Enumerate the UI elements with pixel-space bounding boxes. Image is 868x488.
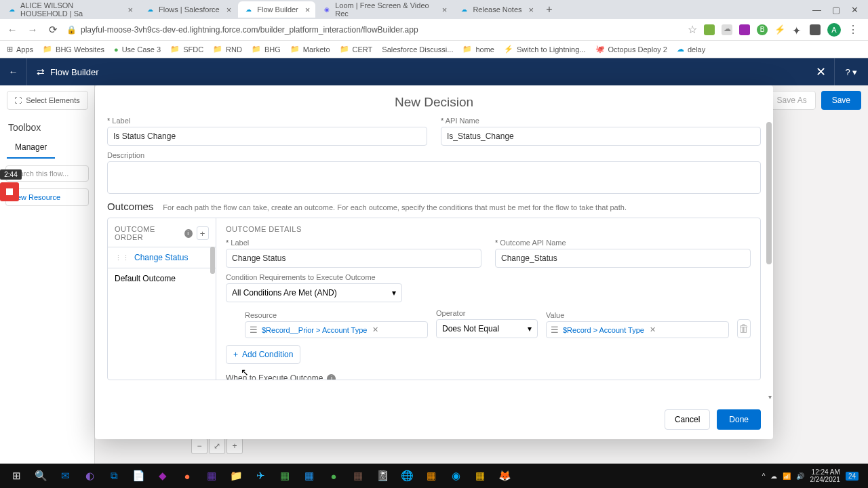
- recording-widget[interactable]: 2:44: [0, 169, 22, 201]
- browser-tab[interactable]: ☁Release Notes×: [454, 1, 539, 18]
- apps-button[interactable]: ⊞Apps: [7, 45, 33, 54]
- bookmark-item[interactable]: ☁delay: [677, 45, 705, 54]
- url-field[interactable]: 🔒 playful-moose-3vh9cs-dev-ed.lightning.…: [66, 25, 681, 35]
- zoom-fit-button[interactable]: ⤢: [209, 438, 225, 454]
- scrollbar[interactable]: [766, 122, 772, 264]
- taskbar-app[interactable]: ▦: [273, 466, 297, 486]
- close-icon[interactable]: ×: [127, 5, 133, 15]
- minimize-icon[interactable]: —: [812, 5, 821, 15]
- browser-tab[interactable]: ☁Flows | Salesforce×: [140, 1, 237, 18]
- resource-picker[interactable]: ☰ $Record__Prior > Account Type ✕: [245, 321, 428, 338]
- extension-icon[interactable]: B: [757, 24, 768, 35]
- operator-select[interactable]: Does Not Equal ▾: [436, 319, 538, 338]
- help-button[interactable]: ? ▾: [834, 58, 868, 85]
- close-icon[interactable]: ×: [226, 5, 232, 15]
- cancel-button[interactable]: Cancel: [665, 409, 710, 430]
- save-button[interactable]: Save: [821, 91, 861, 110]
- bookmark-item[interactable]: Salesforce Discussi...: [382, 45, 453, 54]
- extension-icon[interactable]: ⚡: [774, 24, 785, 35]
- add-condition-button[interactable]: + Add Condition: [226, 345, 300, 364]
- taskbar-app[interactable]: 📄: [126, 466, 151, 486]
- taskbar-app[interactable]: 📓: [370, 466, 395, 486]
- extension-icon[interactable]: [704, 24, 715, 35]
- profile-avatar[interactable]: A: [827, 23, 841, 37]
- taskbar-app[interactable]: ▦: [468, 466, 492, 486]
- tray-wifi-icon[interactable]: 📶: [783, 472, 791, 480]
- bookmark-folder[interactable]: 📁SFDC: [170, 45, 203, 54]
- star-icon[interactable]: ☆: [688, 23, 697, 36]
- add-outcome-button[interactable]: +: [197, 226, 209, 240]
- close-icon[interactable]: ×: [305, 5, 311, 15]
- taskbar-app[interactable]: ▦: [419, 466, 443, 486]
- outcome-order-item[interactable]: Default Outcome: [108, 268, 216, 289]
- value-picker[interactable]: ☰ $Record > Account Type ✕: [546, 321, 729, 338]
- menu-icon[interactable]: ⋮: [848, 23, 859, 36]
- bookmark-folder[interactable]: 📁Marketo: [290, 45, 330, 54]
- maximize-icon[interactable]: ▢: [832, 5, 840, 15]
- search-icon[interactable]: 🔍: [28, 466, 53, 486]
- taskbar-app[interactable]: ◉: [443, 466, 468, 486]
- outcome-label-input[interactable]: [226, 249, 481, 268]
- done-button[interactable]: Done: [717, 409, 761, 430]
- taskbar-app[interactable]: ◐: [77, 466, 102, 486]
- taskbar-app[interactable]: ●: [321, 466, 346, 486]
- outcome-api-input[interactable]: [495, 249, 751, 268]
- bookmark-item[interactable]: ●Use Case 3: [114, 45, 161, 54]
- extension-icon[interactable]: [739, 24, 750, 35]
- clear-icon[interactable]: ✕: [650, 325, 656, 334]
- bookmark-folder[interactable]: 📁BHG Websites: [43, 45, 104, 54]
- extension-icon[interactable]: ☁: [722, 24, 732, 35]
- save-as-button[interactable]: Save As: [768, 91, 816, 110]
- reload-icon[interactable]: ⟳: [46, 24, 60, 36]
- taskbar-app-chrome[interactable]: 🌐: [395, 466, 419, 486]
- zoom-in-button[interactable]: +: [226, 438, 243, 454]
- close-icon[interactable]: ×: [442, 5, 448, 15]
- tray-notification-badge[interactable]: 24: [846, 472, 859, 481]
- new-tab-button[interactable]: +: [540, 3, 557, 16]
- start-button[interactable]: ⊞: [4, 466, 28, 486]
- browser-tab[interactable]: ◉Loom | Free Screen & Video Rec×: [317, 1, 452, 18]
- tray-chevron-icon[interactable]: ^: [762, 472, 766, 480]
- bookmark-item[interactable]: ⚡Switch to Lightning...: [504, 45, 586, 54]
- condition-requirements-select[interactable]: All Conditions Are Met (AND) ▾: [226, 283, 402, 302]
- drag-handle-icon[interactable]: ⋮⋮: [115, 253, 130, 262]
- taskbar-app[interactable]: ▦: [199, 466, 224, 486]
- outcome-order-item[interactable]: ⋮⋮ Change Status: [108, 247, 216, 268]
- bookmark-folder[interactable]: 📁home: [462, 45, 494, 54]
- extension-icon[interactable]: [810, 24, 821, 35]
- close-icon[interactable]: ×: [529, 5, 534, 15]
- clear-icon[interactable]: ✕: [372, 325, 378, 334]
- browser-tab[interactable]: ☁ALICE WILSON HOUSEHOLD | Sa×: [3, 1, 138, 18]
- tray-volume-icon[interactable]: 🔊: [796, 472, 804, 480]
- browser-tab-active[interactable]: ☁Flow Builder×: [238, 1, 315, 18]
- select-elements-button[interactable]: ⛶Select Elements: [7, 91, 88, 110]
- taskbar-app[interactable]: 📁: [224, 466, 248, 486]
- close-window-icon[interactable]: ✕: [851, 5, 859, 15]
- label-input[interactable]: [107, 127, 427, 146]
- taskbar-app[interactable]: 🦊: [492, 466, 517, 486]
- info-icon[interactable]: i: [327, 374, 336, 380]
- bookmark-folder[interactable]: 📁CERT: [340, 45, 373, 54]
- description-textarea[interactable]: [107, 161, 761, 194]
- bookmark-folder[interactable]: 📁RND: [213, 45, 242, 54]
- taskbar-app[interactable]: ✈: [248, 466, 273, 486]
- tray-cloud-icon[interactable]: ☁: [770, 472, 777, 480]
- scrollbar[interactable]: [210, 247, 215, 274]
- delete-condition-button[interactable]: 🗑: [737, 319, 751, 338]
- back-icon[interactable]: ←: [5, 24, 19, 35]
- taskbar-app[interactable]: ✉: [53, 466, 77, 486]
- info-icon[interactable]: i: [184, 229, 193, 238]
- close-modal-x[interactable]: ✕: [807, 64, 834, 79]
- taskbar-app[interactable]: ◆: [151, 466, 175, 486]
- stop-recording-button[interactable]: [0, 182, 19, 201]
- taskbar-app[interactable]: ⧉: [102, 466, 126, 486]
- bookmark-folder[interactable]: 📁BHG: [252, 45, 281, 54]
- taskbar-app[interactable]: ▦: [346, 466, 370, 486]
- manager-tab[interactable]: Manager: [7, 137, 55, 159]
- taskbar-app[interactable]: ▦: [297, 466, 321, 486]
- back-button[interactable]: ←: [0, 58, 27, 85]
- extension-icon[interactable]: ✦: [792, 24, 803, 35]
- zoom-out-button[interactable]: −: [191, 438, 208, 454]
- tray-clock[interactable]: 12:24 AM 2/24/2021: [810, 468, 840, 483]
- taskbar-app[interactable]: ●: [175, 466, 199, 486]
